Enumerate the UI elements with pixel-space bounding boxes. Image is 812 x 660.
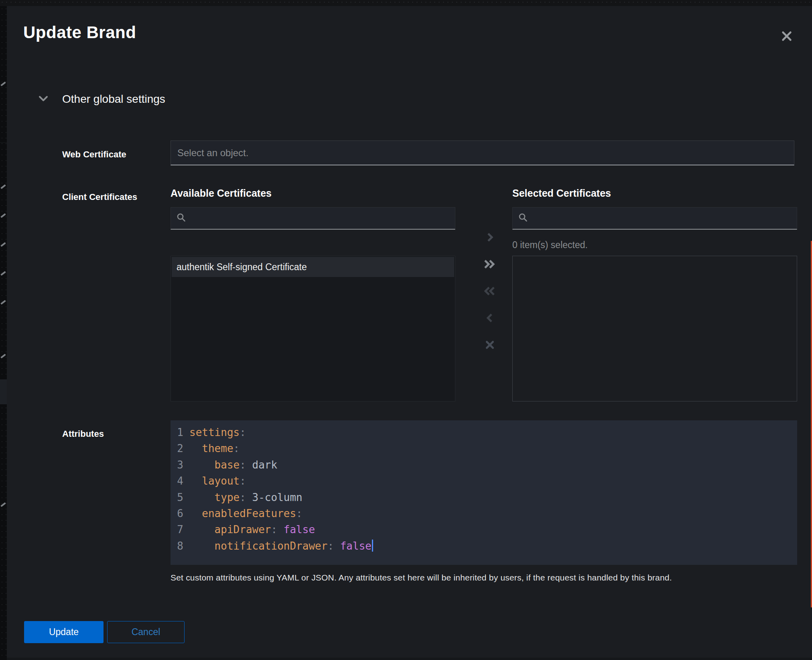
add-selected-button[interactable] (482, 231, 498, 244)
close-button[interactable] (776, 26, 797, 47)
add-all-button[interactable] (482, 258, 498, 271)
available-certificates-list: authentik Self-signed Certificate (171, 256, 455, 401)
search-icon (177, 213, 186, 224)
angle-right-icon (485, 232, 495, 244)
chevron-fragment-icon (0, 81, 6, 86)
close-icon (780, 30, 793, 44)
code-line: 7 apiDrawer: false (177, 521, 797, 538)
dual-list-controls (472, 231, 508, 352)
chevron-fragment-icon (0, 502, 6, 507)
available-search-input[interactable] (191, 212, 449, 224)
attributes-label: Attributes (62, 429, 104, 439)
line-number: 6 (177, 505, 183, 521)
times-icon (485, 340, 495, 351)
clear-selection-button[interactable] (482, 338, 498, 352)
code-line: 1settings: (177, 424, 797, 440)
divider (0, 143, 7, 143)
code-line: 2 theme: (177, 440, 797, 456)
selected-search-input[interactable] (533, 212, 791, 224)
remove-selected-button[interactable] (482, 312, 498, 325)
section-label: Other global settings (62, 93, 165, 106)
list-item-certificate[interactable]: authentik Self-signed Certificate (172, 257, 454, 277)
chevron-fragment-icon (0, 184, 6, 189)
attributes-code-editor[interactable]: 1settings: 2 theme: 3 base: dark 4 layou… (171, 420, 797, 565)
code-line: 4 layout: (177, 473, 797, 489)
update-brand-modal: Update Brand Other global settings Web C… (7, 6, 812, 658)
client-certificates-label: Client Certificates (62, 192, 137, 202)
cancel-button[interactable]: Cancel (107, 621, 185, 643)
code-line: 8 notificationDrawer: false (177, 538, 797, 554)
available-certificates-header: Available Certificates (171, 187, 272, 199)
web-certificate-select[interactable] (171, 141, 794, 165)
code-line: 5 type: 3-column (177, 489, 797, 505)
selected-certificates-list (512, 256, 797, 401)
angle-double-right-icon (483, 259, 497, 271)
line-number: 8 (177, 538, 183, 554)
modal-title: Update Brand (23, 23, 136, 42)
chevron-fragment-icon (0, 271, 6, 276)
backdrop-top-strip (0, 0, 812, 6)
web-certificate-label: Web Certificate (62, 149, 126, 160)
chevron-fragment-icon (0, 242, 6, 247)
selected-certificates-header: Selected Certificates (512, 187, 611, 199)
text-cursor (372, 540, 373, 552)
screen: Update Brand Other global settings Web C… (0, 0, 812, 660)
update-button[interactable]: Update (24, 621, 104, 643)
selected-search-box (512, 207, 797, 230)
section-expander-other-global-settings[interactable]: Other global settings (38, 93, 165, 106)
remove-all-button[interactable] (482, 285, 498, 298)
check-fragment-icon (0, 354, 6, 359)
selected-count-status: 0 item(s) selected. (512, 240, 588, 251)
line-number: 4 (177, 473, 183, 489)
code-line: 6 enabledFeatures: (177, 505, 797, 521)
highlighted-row-sliver (0, 379, 7, 404)
line-number: 2 (177, 440, 183, 456)
search-icon (518, 213, 528, 224)
line-number: 5 (177, 489, 183, 505)
line-number: 1 (177, 424, 183, 440)
line-number: 7 (177, 521, 183, 538)
available-search-box (171, 207, 455, 230)
backdrop-sidebar-sliver (0, 6, 7, 660)
line-number: 3 (177, 457, 183, 473)
code-line: 3 base: dark (177, 457, 797, 473)
chevron-fragment-icon (0, 213, 6, 218)
chevron-fragment-icon (0, 300, 6, 305)
backdrop-bottom-strip (7, 658, 812, 660)
chevron-down-icon (38, 95, 49, 104)
angle-double-left-icon (483, 285, 497, 298)
attributes-help-text: Set custom attributes using YAML or JSON… (171, 573, 672, 583)
angle-left-icon (485, 313, 495, 324)
